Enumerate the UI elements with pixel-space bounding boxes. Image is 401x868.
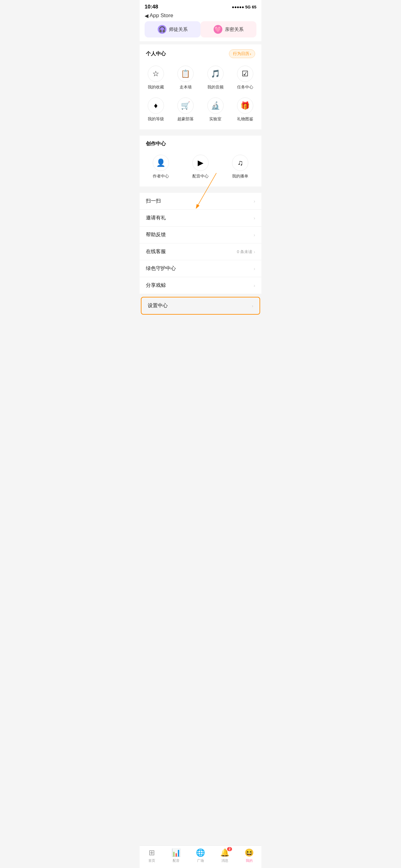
invite-right: ›: [254, 216, 255, 221]
help-right: ›: [254, 232, 255, 238]
super-tribe-item[interactable]: 🛒 超豪部落: [172, 95, 200, 124]
battery-icon: 65: [252, 5, 257, 9]
service-label: 在线客服: [146, 248, 166, 255]
task-center-label: 任务中心: [237, 84, 253, 90]
my-level-icon: ♦: [148, 97, 164, 114]
scan-label: 扫一扫: [146, 198, 161, 204]
lab-item[interactable]: 🔬 实验室: [202, 95, 229, 124]
invite-chevron-icon: ›: [254, 216, 255, 221]
my-audio-icon: 🎵: [207, 66, 224, 82]
status-time: 10:48: [144, 4, 158, 10]
dubbing-center-item[interactable]: ▶ 配音中心: [182, 152, 219, 182]
my-audio-item[interactable]: 🎵 我的音频: [202, 63, 229, 92]
personal-center-grid: ☆ 我的收藏 📋 走本墙 🎵 我的音频 ☑ 任务中心 ♦ 我的等级 🛒 超豪部: [140, 61, 261, 129]
green-item[interactable]: 绿色守护中心 ›: [140, 260, 261, 277]
scan-right: ›: [254, 199, 255, 204]
task-center-item[interactable]: ☑ 任务中心: [232, 63, 259, 92]
service-item[interactable]: 在线客服 0 条未读 ›: [140, 243, 261, 260]
share-label: 分享戏鲸: [146, 282, 166, 289]
qinmi-label: 亲密关系: [225, 27, 244, 32]
shifu-label: 师徒关系: [169, 27, 188, 32]
my-collection-icon: ☆: [148, 66, 164, 82]
menu-list-section: 扫一扫 › 邀请有礼 › 帮助反馈 › 在线客服 0 条未读 › 绿色守护中心: [140, 193, 261, 294]
creation-center-title: 创作中心: [146, 141, 166, 146]
back-nav[interactable]: ◀ App Store: [140, 11, 261, 21]
gift-catalogue-icon: 🎁: [237, 97, 253, 114]
creation-center-section: 创作中心 👤 作者中心 ▶ 配音中心 ♫ 我的播单: [140, 135, 261, 187]
settings-label: 设置中心: [148, 303, 168, 309]
invite-label: 邀请有礼: [146, 215, 166, 221]
my-playlist-icon: ♫: [232, 155, 248, 171]
service-badge: 0 条未读: [237, 249, 252, 255]
my-collection-label: 我的收藏: [148, 84, 164, 90]
my-audio-label: 我的音频: [207, 84, 224, 90]
invite-item[interactable]: 邀请有礼 ›: [140, 210, 261, 226]
dubbing-center-icon: ▶: [192, 155, 209, 171]
gift-catalogue-label: 礼物图鉴: [237, 116, 253, 122]
shifu-tab[interactable]: 🎧 师徒关系: [144, 21, 201, 37]
walk-wall-icon: 📋: [177, 66, 194, 82]
service-chevron-icon: ›: [254, 249, 255, 254]
qinmi-icon: 🩷: [213, 25, 222, 34]
share-chevron-icon: ›: [254, 283, 255, 288]
my-playlist-item[interactable]: ♫ 我的播单: [222, 152, 259, 182]
creation-center-header: 创作中心: [140, 135, 261, 150]
personal-center-title: 个人中心: [146, 51, 166, 57]
share-right: ›: [254, 283, 255, 288]
back-arrow-icon: ◀: [144, 13, 148, 19]
green-label: 绿色守护中心: [146, 265, 176, 272]
scan-item[interactable]: 扫一扫 ›: [140, 193, 261, 210]
settings-list-item[interactable]: 设置中心 ›: [141, 298, 260, 314]
dubbing-center-label: 配音中心: [192, 174, 209, 179]
status-bar: 10:48 ●●●●● 5G 65: [140, 0, 261, 11]
my-playlist-label: 我的播单: [232, 174, 248, 179]
behavior-calendar-button[interactable]: 行为日历 ›: [229, 50, 255, 58]
green-chevron-icon: ›: [254, 266, 255, 271]
walk-wall-label: 走本墙: [179, 84, 192, 90]
share-item[interactable]: 分享戏鲸 ›: [140, 277, 261, 294]
personal-center-section: 个人中心 行为日历 › ☆ 我的收藏 📋 走本墙 🎵 我的音频 ☑ 任务中心: [140, 44, 261, 129]
help-chevron-icon: ›: [254, 232, 255, 238]
settings-item-highlighted[interactable]: 设置中心 ›: [141, 297, 260, 315]
personal-center-header: 个人中心 行为日历 ›: [140, 44, 261, 61]
relationship-tabs: 🎧 师徒关系 🩷 亲密关系: [140, 21, 261, 41]
qinmi-tab[interactable]: 🩷 亲密关系: [201, 21, 257, 37]
author-center-icon: 👤: [153, 155, 169, 171]
my-level-item[interactable]: ♦ 我的等级: [142, 95, 170, 124]
service-right: 0 条未读 ›: [237, 249, 255, 255]
action-chevron-icon: ›: [250, 52, 251, 56]
behavior-calendar-label: 行为日历: [233, 51, 249, 57]
my-collection-item[interactable]: ☆ 我的收藏: [142, 63, 170, 92]
gift-catalogue-item[interactable]: 🎁 礼物图鉴: [232, 95, 259, 124]
super-tribe-icon: 🛒: [177, 97, 194, 114]
signal-icon: ●●●●● 5G: [232, 5, 250, 9]
settings-right: ›: [252, 303, 253, 308]
help-item[interactable]: 帮助反馈 ›: [140, 226, 261, 243]
task-center-icon: ☑: [237, 66, 253, 82]
scan-chevron-icon: ›: [254, 199, 255, 204]
help-label: 帮助反馈: [146, 231, 166, 238]
lab-icon: 🔬: [207, 97, 224, 114]
back-label: App Store: [149, 12, 173, 19]
creation-center-grid: 👤 作者中心 ▶ 配音中心 ♫ 我的播单: [140, 150, 261, 187]
lab-label: 实验室: [209, 116, 222, 122]
shifu-icon: 🎧: [158, 25, 166, 34]
author-center-label: 作者中心: [153, 174, 169, 179]
author-center-item[interactable]: 👤 作者中心: [142, 152, 179, 182]
status-icons: ●●●●● 5G 65: [232, 5, 257, 9]
walk-wall-item[interactable]: 📋 走本墙: [172, 63, 200, 92]
green-right: ›: [254, 266, 255, 271]
settings-chevron-icon: ›: [252, 303, 253, 308]
my-level-label: 我的等级: [148, 116, 164, 122]
super-tribe-label: 超豪部落: [177, 116, 194, 122]
